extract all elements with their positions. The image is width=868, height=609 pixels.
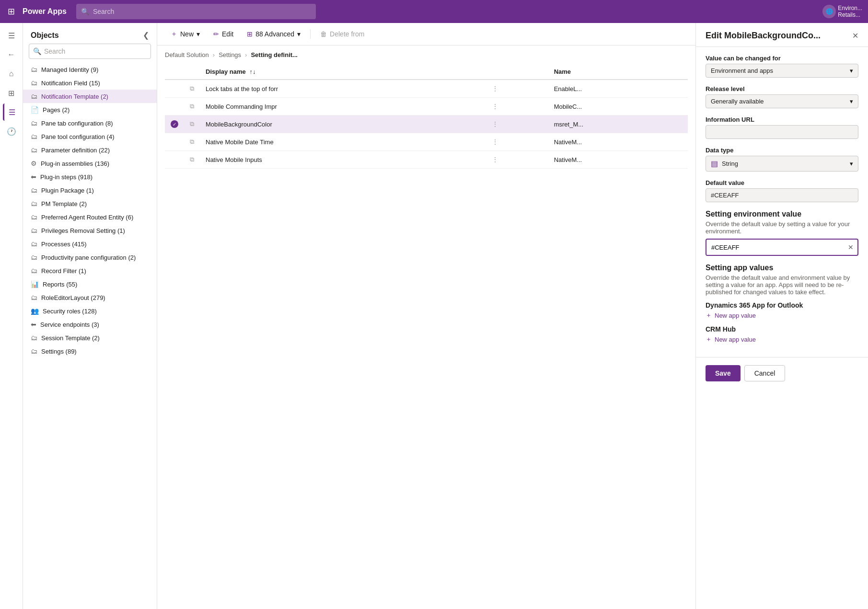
rail-home-icon[interactable]: ⌂ bbox=[3, 65, 20, 82]
advanced-button[interactable]: ⊞ 88 Advanced ▾ bbox=[241, 27, 306, 41]
panel-title: Edit MobileBackgroundCo... bbox=[706, 31, 821, 41]
table-row[interactable]: ⧉ Lock tabs at the top of forr ⋮ EnableL… bbox=[165, 80, 688, 98]
sidebar-item-preferred-agent[interactable]: 🗂 Preferred Agent Routed Entity (6) bbox=[23, 210, 157, 224]
rail-list-icon[interactable]: ☰ bbox=[3, 103, 20, 121]
col-name[interactable]: Name bbox=[548, 64, 688, 80]
delete-icon: 🗑 bbox=[320, 30, 327, 38]
table-row[interactable]: ⧉ Mobile Commanding Impr ⋮ MobileC... bbox=[165, 98, 688, 115]
sidebar-item-pane-tool[interactable]: 🗂 Pane tool configuration (4) bbox=[23, 130, 157, 143]
sidebar-item-label-notification-template: Notification Template (2) bbox=[41, 93, 149, 100]
release-level-select[interactable]: Generally available ▾ bbox=[706, 94, 858, 108]
information-url-input[interactable] bbox=[706, 125, 858, 139]
sidebar-item-role-editor[interactable]: 🗂 RoleEditorLayout (279) bbox=[23, 291, 157, 304]
sidebar-item-processes[interactable]: 🗂 Processes (415) bbox=[23, 237, 157, 251]
sidebar-collapse-icon[interactable]: ❮ bbox=[143, 31, 149, 40]
more-options-icon[interactable]: ⋮ bbox=[492, 138, 498, 146]
more-options-icon[interactable]: ⋮ bbox=[492, 156, 498, 163]
rail-back-icon[interactable]: ← bbox=[3, 46, 20, 63]
sidebar-item-security-roles[interactable]: 👥 Security roles (128) bbox=[23, 304, 157, 318]
breadcrumb-part1[interactable]: Default Solution bbox=[165, 51, 209, 58]
panel-close-button[interactable]: ✕ bbox=[852, 31, 858, 40]
copy-icon[interactable]: ⧉ bbox=[190, 156, 194, 163]
rail-menu-icon[interactable]: ☰ bbox=[3, 27, 20, 44]
sidebar-item-pane-tab[interactable]: 🗂 Pane tab configuration (8) bbox=[23, 116, 157, 130]
copy-icon[interactable]: ⧉ bbox=[190, 120, 194, 127]
row-copy-col: ⧉ bbox=[184, 151, 200, 169]
nav-search-icon: 🔍 bbox=[81, 8, 89, 15]
sidebar-search-bar[interactable]: 🔍 bbox=[29, 44, 151, 59]
sidebar-item-pages[interactable]: 📄 Pages (2) bbox=[23, 103, 157, 116]
advanced-icon: ⊞ bbox=[247, 30, 253, 38]
sidebar-item-notification-template[interactable]: 🗂 Notification Template (2) bbox=[23, 90, 157, 103]
new-app-value-button-0[interactable]: ＋ New app value bbox=[706, 311, 858, 320]
app-values-title: Setting app values bbox=[706, 264, 858, 272]
app-values-desc: Override the default value and environme… bbox=[706, 274, 858, 296]
table-row[interactable]: ✓ ⧉ MobileBackgroundColor ⋮ msret_M... bbox=[165, 115, 688, 133]
advanced-dropdown-icon: ▾ bbox=[297, 30, 301, 38]
sidebar-item-plugin-steps[interactable]: ⬅ Plug-in steps (918) bbox=[23, 170, 157, 184]
breadcrumb-sep1: › bbox=[213, 51, 215, 58]
value-changed-select[interactable]: Environment and apps ▾ bbox=[706, 64, 858, 78]
env-sub: Retails... bbox=[838, 11, 862, 18]
sidebar-item-notification-field[interactable]: 🗂 Notification Field (15) bbox=[23, 76, 157, 90]
sidebar-item-label-pages: Pages (2) bbox=[43, 106, 149, 114]
data-type-field: Data type ▤ String ▾ bbox=[706, 147, 858, 172]
sidebar-item-label-role-editor: RoleEditorLayout (279) bbox=[41, 294, 149, 301]
nav-search-bar[interactable]: 🔍 bbox=[76, 4, 316, 19]
data-type-label: Data type bbox=[706, 147, 858, 154]
more-options-icon[interactable]: ⋮ bbox=[492, 103, 498, 110]
sidebar-item-icon-privileges-removal: 🗂 bbox=[31, 227, 37, 234]
sidebar-item-plugin-package[interactable]: 🗂 Plugin Package (1) bbox=[23, 184, 157, 197]
col-more bbox=[486, 64, 548, 80]
sidebar-item-record-filter[interactable]: 🗂 Record Filter (1) bbox=[23, 264, 157, 277]
sidebar-item-productivity-pane[interactable]: 🗂 Productivity pane configuration (2) bbox=[23, 251, 157, 264]
sidebar-item-icon-security-roles: 👥 bbox=[31, 307, 39, 315]
table-row[interactable]: ⧉ Native Mobile Date Time ⋮ NativeM... bbox=[165, 133, 688, 151]
sidebar-search-input[interactable] bbox=[44, 47, 147, 55]
sidebar-item-settings[interactable]: 🗂 Settings (89) bbox=[23, 345, 157, 358]
sidebar-item-session-template[interactable]: 🗂 Session Template (2) bbox=[23, 331, 157, 345]
more-options-icon[interactable]: ⋮ bbox=[492, 120, 498, 128]
sidebar-item-privileges-removal[interactable]: 🗂 Privileges Removal Setting (1) bbox=[23, 224, 157, 237]
save-button[interactable]: Save bbox=[706, 365, 741, 381]
sidebar-item-icon-settings: 🗂 bbox=[31, 347, 37, 355]
new-app-value-button-1[interactable]: ＋ New app value bbox=[706, 335, 858, 344]
copy-icon[interactable]: ⧉ bbox=[190, 103, 194, 110]
rail-table-icon[interactable]: ⊞ bbox=[3, 84, 20, 102]
sidebar-item-icon-pane-tool: 🗂 bbox=[31, 133, 37, 140]
sidebar-item-parameter-definition[interactable]: 🗂 Parameter definition (22) bbox=[23, 143, 157, 157]
sidebar-item-plugin-assemblies[interactable]: ⚙ Plug-in assemblies (136) bbox=[23, 157, 157, 170]
more-options-icon[interactable]: ⋮ bbox=[492, 85, 498, 92]
rail-history-icon[interactable]: 🕐 bbox=[3, 123, 20, 140]
row-display-name: Native Mobile Inputs bbox=[200, 151, 486, 169]
sidebar-item-service-endpoints[interactable]: ⬅ Service endpoints (3) bbox=[23, 318, 157, 331]
breadcrumb-part2[interactable]: Settings bbox=[219, 51, 241, 58]
col-copy bbox=[184, 64, 200, 80]
sidebar-item-pm-template[interactable]: 🗂 PM Template (2) bbox=[23, 197, 157, 210]
env-value-input[interactable] bbox=[706, 240, 844, 255]
cancel-button[interactable]: Cancel bbox=[744, 365, 786, 381]
env-value-clear-button[interactable]: ✕ bbox=[844, 240, 857, 255]
nav-search-input[interactable] bbox=[93, 8, 311, 15]
edit-button[interactable]: ✏ Edit bbox=[208, 27, 239, 41]
new-button[interactable]: ＋ New ▾ bbox=[165, 27, 206, 41]
row-display-name: Lock tabs at the top of forr bbox=[200, 80, 486, 98]
copy-icon[interactable]: ⧉ bbox=[190, 85, 194, 92]
sidebar-item-label-notification-field: Notification Field (15) bbox=[41, 80, 149, 87]
sidebar-item-managed-identity[interactable]: 🗂 Managed Identity (9) bbox=[23, 63, 157, 76]
default-value-label: Default value bbox=[706, 179, 858, 186]
release-level-field: Release level Generally available ▾ bbox=[706, 85, 858, 108]
delete-button[interactable]: 🗑 Delete from bbox=[314, 27, 370, 41]
sidebar-item-reports[interactable]: 📊 Reports (55) bbox=[23, 277, 157, 291]
new-dropdown-icon: ▾ bbox=[197, 30, 200, 38]
information-url-label: Information URL bbox=[706, 116, 858, 123]
sidebar-item-icon-session-template: 🗂 bbox=[31, 334, 37, 342]
grid-icon[interactable]: ⊞ bbox=[6, 4, 17, 19]
col-display-name[interactable]: Display name ↑↓ bbox=[200, 64, 486, 80]
right-panel: Edit MobileBackgroundCo... ✕ Value can b… bbox=[695, 23, 868, 609]
copy-icon[interactable]: ⧉ bbox=[190, 138, 194, 145]
sidebar-item-icon-parameter-definition: 🗂 bbox=[31, 146, 37, 154]
plus-icon-1: ＋ bbox=[706, 335, 712, 344]
table-row[interactable]: ⧉ Native Mobile Inputs ⋮ NativeM... bbox=[165, 151, 688, 169]
data-type-select[interactable]: ▤ String ▾ bbox=[706, 156, 858, 172]
